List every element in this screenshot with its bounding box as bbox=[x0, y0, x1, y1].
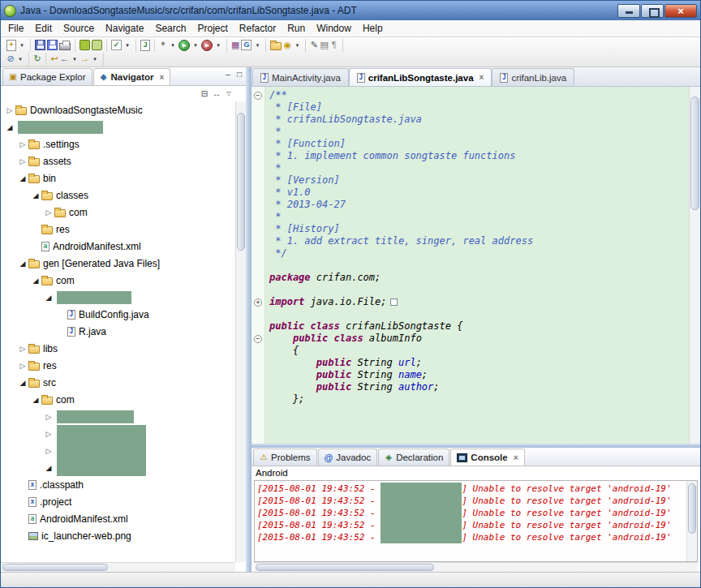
show-whitespace-icon[interactable]: ¶ bbox=[330, 39, 338, 52]
vertical-sash[interactable] bbox=[246, 67, 252, 572]
view-tab-console[interactable]: Console× bbox=[450, 449, 524, 466]
new-java-class-icon[interactable]: J bbox=[140, 40, 150, 51]
collapse-icon[interactable]: ◢ bbox=[4, 123, 15, 131]
tree-item-com[interactable]: ◢com bbox=[1, 272, 235, 289]
minimize-view-icon[interactable]: – bbox=[224, 71, 232, 79]
tree-item-ic-launcher-web-png[interactable]: ic_launcher-web.png bbox=[1, 527, 235, 544]
dropdown-icon[interactable]: ▾ bbox=[253, 39, 261, 52]
dropdown-icon[interactable]: ▾ bbox=[191, 39, 200, 52]
title-bar[interactable]: Java - DownloadSongtasteMusic/src/crifan… bbox=[1, 1, 700, 20]
mark-occurrences-icon[interactable]: ▤ bbox=[320, 39, 328, 52]
expand-icon[interactable]: ▷ bbox=[17, 140, 28, 148]
tree-item-redacted[interactable]: ▷ bbox=[1, 442, 235, 459]
open-type-icon[interactable]: ▦ bbox=[231, 39, 239, 52]
collapse-icon[interactable]: ◢ bbox=[30, 277, 41, 285]
dropdown-icon[interactable]: ▾ bbox=[169, 39, 177, 52]
view-tab-navigator[interactable]: ◈Navigator× bbox=[93, 68, 171, 85]
scrollbar-thumb[interactable] bbox=[256, 564, 434, 571]
tree-item-redacted[interactable]: ◢ bbox=[1, 289, 235, 306]
expand-icon[interactable]: ▷ bbox=[43, 208, 54, 217]
tree-item-assets[interactable]: ▷assets bbox=[1, 152, 235, 170]
fold-collapse-icon[interactable]: − bbox=[254, 335, 262, 343]
save-icon[interactable] bbox=[35, 40, 45, 50]
tree-item-com[interactable]: ◢com bbox=[1, 391, 235, 408]
console-horizontal-scrollbar[interactable] bbox=[254, 562, 698, 572]
dropdown-icon[interactable]: ▾ bbox=[71, 53, 79, 66]
menu-run[interactable]: Run bbox=[282, 21, 311, 36]
tree-item-settings[interactable]: ▷.settings bbox=[1, 135, 235, 152]
minimize-button[interactable] bbox=[617, 4, 640, 18]
editor-tab-crifanlib-java[interactable]: JcrifanLib.java bbox=[492, 68, 574, 86]
collapse-icon[interactable]: ◢ bbox=[43, 294, 54, 302]
refresh-icon[interactable]: ↻ bbox=[33, 53, 41, 66]
collapse-icon[interactable]: ◢ bbox=[30, 396, 41, 404]
menu-project[interactable]: Project bbox=[191, 21, 233, 36]
menu-file[interactable]: File bbox=[2, 21, 29, 36]
editor-tab-crifanlibsongtaste-java[interactable]: JcrifanLibSongtaste.java× bbox=[349, 68, 492, 86]
expand-icon[interactable]: ▷ bbox=[43, 430, 54, 438]
scrollbar-thumb[interactable] bbox=[690, 97, 699, 210]
console-output[interactable]: [2015-08-01 19:43:52 - ] Unable to resol… bbox=[254, 480, 698, 562]
tree-item-redacted[interactable]: ▷ bbox=[1, 408, 235, 425]
verify-checkbox-icon[interactable]: ✓ bbox=[111, 40, 122, 50]
collapse-all-icon[interactable]: ⊟ bbox=[200, 90, 209, 98]
search-icon[interactable]: ◉ bbox=[283, 39, 291, 52]
dropdown-icon[interactable]: ▾ bbox=[293, 39, 301, 52]
view-tab-problems[interactable]: ⚠Problems bbox=[253, 449, 317, 466]
tree-item-res[interactable]: res bbox=[1, 221, 235, 238]
tree-item-androidmanifest-xml[interactable]: aAndroidManifest.xml bbox=[1, 510, 235, 527]
code-editor[interactable]: −+− /** * [File] * crifanLibSongtaste.ja… bbox=[252, 87, 700, 444]
console-scrollbar[interactable] bbox=[686, 481, 697, 561]
collapse-icon[interactable]: ◢ bbox=[43, 464, 54, 472]
open-resource-icon[interactable] bbox=[270, 42, 282, 50]
forward-icon[interactable]: → bbox=[80, 53, 89, 66]
collapse-icon[interactable]: ◢ bbox=[17, 174, 28, 182]
save-all-icon[interactable] bbox=[47, 40, 58, 50]
close-button[interactable] bbox=[664, 4, 697, 18]
new-wizard-icon[interactable]: + bbox=[6, 40, 16, 51]
scrollbar-thumb[interactable] bbox=[2, 564, 108, 571]
last-edit-icon[interactable]: ↩ bbox=[50, 53, 58, 66]
dropdown-icon[interactable]: ▾ bbox=[123, 39, 131, 52]
dropdown-icon[interactable]: ▾ bbox=[16, 53, 24, 66]
tree-item-redacted[interactable]: ◢ bbox=[1, 459, 235, 476]
tree-item-src[interactable]: ◢src bbox=[1, 374, 235, 391]
dropdown-icon[interactable]: ▾ bbox=[214, 39, 222, 52]
tree-item-r-java[interactable]: JR.java bbox=[1, 323, 235, 340]
tree-vertical-scrollbar[interactable] bbox=[235, 101, 246, 562]
skip-breakpoints-icon[interactable]: ⊘ bbox=[6, 53, 15, 66]
close-tab-icon[interactable]: × bbox=[160, 73, 165, 82]
editor-scrollbar[interactable] bbox=[689, 87, 700, 444]
tree-item-project[interactable]: x.project bbox=[1, 493, 235, 510]
fold-expand-icon[interactable]: + bbox=[254, 298, 262, 307]
view-menu-icon[interactable]: ▽ bbox=[225, 91, 233, 97]
tree-item-res[interactable]: ▷res bbox=[1, 357, 235, 374]
tree-item-downloadsongtastemusic[interactable]: ▷DownloadSongtasteMusic bbox=[1, 101, 235, 118]
menu-source[interactable]: Source bbox=[58, 21, 100, 36]
tree-item-classpath[interactable]: x.classpath bbox=[1, 476, 235, 493]
ddms-icon[interactable]: G bbox=[241, 40, 252, 50]
dropdown-icon[interactable]: ▾ bbox=[91, 53, 99, 66]
expand-icon[interactable]: ▷ bbox=[17, 362, 28, 370]
tree-item-classes[interactable]: ◢classes bbox=[1, 187, 235, 204]
android-sdk-manager-icon[interactable] bbox=[80, 40, 90, 50]
dropdown-icon[interactable]: ▾ bbox=[18, 39, 26, 52]
link-with-editor-icon[interactable]: ↔ bbox=[213, 90, 221, 98]
code-area[interactable]: /** * [File] * crifanLibSongtaste.java *… bbox=[265, 87, 689, 444]
menu-window[interactable]: Window bbox=[311, 21, 357, 36]
collapse-icon[interactable]: ◢ bbox=[30, 191, 41, 200]
maximize-view-icon[interactable]: □ bbox=[235, 71, 243, 79]
tree-item-com[interactable]: ▷com bbox=[1, 204, 235, 221]
menu-refactor[interactable]: Refactor bbox=[234, 21, 282, 36]
view-tab-declaration[interactable]: ◈Declaration bbox=[378, 449, 449, 466]
menu-edit[interactable]: Edit bbox=[29, 21, 58, 36]
tree-item-buildconfig-java[interactable]: JBuildConfig.java bbox=[1, 306, 235, 323]
back-icon[interactable]: ← bbox=[60, 53, 69, 66]
print-icon[interactable] bbox=[59, 43, 71, 50]
menu-help[interactable]: Help bbox=[357, 21, 389, 36]
scrollbar-thumb[interactable] bbox=[688, 483, 696, 534]
tree-item-gen-generated-java-files[interactable]: ◢gen [Generated Java Files] bbox=[1, 255, 235, 272]
android-device-manager-icon[interactable] bbox=[92, 40, 102, 50]
expand-icon[interactable]: ▷ bbox=[17, 157, 28, 165]
maximize-button[interactable] bbox=[641, 4, 664, 18]
